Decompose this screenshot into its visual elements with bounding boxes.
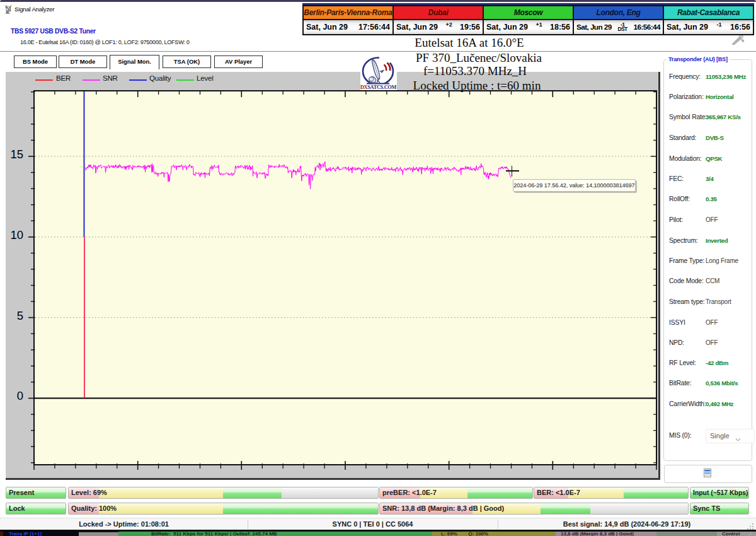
svg-text:DXSATCS.COM: DXSATCS.COM [360, 84, 397, 90]
